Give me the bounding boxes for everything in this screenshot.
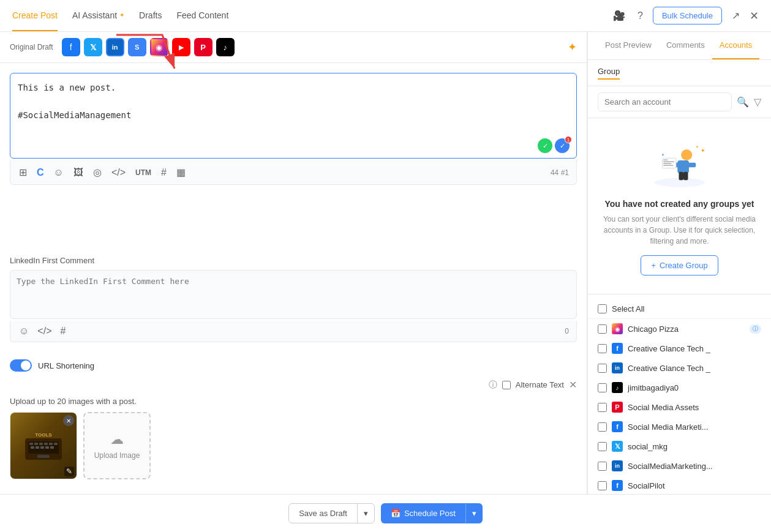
account-item-social-media-marketi-fb[interactable]: f Social Media Marketi... [588,417,771,436]
toolbar-target-icon[interactable]: ◎ [92,165,103,179]
schedule-post-dropdown-button[interactable]: ▾ [465,504,483,523]
svg-rect-20 [687,163,696,168]
right-panel: Post Preview Comments Accounts Group 🔍 ▽ [587,32,771,532]
checkbox-jimitbagadiya[interactable] [598,383,607,392]
upload-image-label: Upload Image [94,451,140,460]
search-icon[interactable]: 🔍 [737,96,749,108]
toolbar-media-icon[interactable]: 🖼 [72,166,85,179]
li-emoji-icon[interactable]: ☺ [18,324,30,338]
checkbox-chicago-pizza[interactable] [598,324,607,334]
image-edit-button[interactable]: ✎ [64,466,74,476]
toolbar-preview-icon[interactable]: ▦ [175,165,187,179]
alt-text-checkbox[interactable] [502,381,511,389]
platform-facebook[interactable]: f [62,38,80,56]
li-char-count: 0 [565,327,569,335]
svg-rect-21 [679,172,683,181]
upload-image-box[interactable]: ☁ Upload Image [83,412,151,479]
top-nav: Create Post AI Assistant ✦ Drafts Feed C… [0,0,771,32]
svg-rect-27 [663,165,674,167]
post-text-input[interactable]: This is a new post. #SocialMediaManageme… [10,73,577,159]
checkbox-creative-glance-li[interactable] [598,364,607,373]
account-item-social-mkg[interactable]: 𝕏 social_mkg [588,436,771,456]
platform-pinterest[interactable]: P [194,38,212,56]
account-item-social-media-assets[interactable]: P Social Media Assets [588,397,771,417]
nav-drafts[interactable]: Drafts [139,1,162,31]
group-empty-title: You have not created any groups yet [604,199,754,209]
schedule-post-main-button[interactable]: 📅 Schedule Post [381,504,465,523]
platform-linkedin[interactable]: in [106,38,124,56]
nav-ai-assistant[interactable]: AI Assistant ✦ [72,1,124,31]
toolbar-c-icon[interactable]: C [36,166,45,179]
whatsapp-badge-icon[interactable]: ✓ 1 [555,138,570,153]
toolbar-emoji-icon[interactable]: ☺ [53,166,65,179]
checkbox-social-mkg[interactable] [598,442,607,451]
group-empty-state: ✦ ✦ ✦ You have not created any groups ye… [588,118,771,294]
close-button[interactable]: ✕ [750,9,759,23]
toolbar-template-icon[interactable]: ⊞ [18,165,28,179]
upload-hint: Upload up to 20 images with a post. [10,397,577,406]
platform-socialpilot[interactable]: S [128,38,146,56]
account-item-socialpilot-fb[interactable]: f SocialPilot [588,476,771,495]
tab-accounts[interactable]: Accounts [712,32,759,59]
svg-text:✦: ✦ [700,148,705,154]
filter-icon[interactable]: ▽ [754,96,761,108]
magic-icon[interactable]: ✦ [568,40,577,54]
acc-name-socialpilot-fb: SocialPilot [628,481,761,490]
svg-rect-8 [54,443,58,445]
platform-twitter[interactable]: 𝕏 [84,38,102,56]
save-draft-main-button[interactable]: Save as Draft [289,504,357,523]
svg-rect-22 [683,172,688,181]
help-icon[interactable]: ? [635,8,645,24]
tab-post-preview[interactable]: Post Preview [598,32,659,59]
url-shortening-label: URL Shortening [38,361,94,370]
tab-comments[interactable]: Comments [659,32,712,59]
checkbox-social-media-assets[interactable] [598,403,607,412]
bulk-schedule-button[interactable]: Bulk Schedule [653,7,722,24]
alt-close-icon[interactable]: ✕ [569,379,577,391]
svg-rect-25 [663,162,674,163]
acc-name-social-media-marketi-fb: Social Media Marketi... [628,422,761,432]
li-comment-toolbar: ☺ </> # 0 [10,321,577,342]
url-shortening-toggle[interactable] [10,359,32,372]
create-group-button[interactable]: + Create Group [641,255,718,275]
nav-create-post[interactable]: Create Post [12,1,58,31]
image-row: TOOLS ✕ ✎ ☁ Upload Image [10,412,577,479]
whatsapp-icon[interactable]: ✓ [538,138,552,153]
video-icon[interactable]: 🎥 [611,7,628,24]
account-item-creative-glance-fb[interactable]: f Creative Glance Tech _ [588,339,771,358]
platform-youtube[interactable]: ▶ [172,38,190,56]
tiktok-icon: ♪ [612,382,623,393]
linkedin-comment-input[interactable] [10,270,577,319]
toolbar-code-icon[interactable]: </> [110,166,127,179]
svg-point-17 [681,149,692,160]
account-item-creative-glance-li[interactable]: in Creative Glance Tech _ [588,358,771,378]
facebook-icon: f [612,343,623,354]
account-item-socialmediamarketing-li[interactable]: in SocialMediaMarketing... [588,456,771,476]
svg-text:✦: ✦ [661,153,664,157]
toolbar-hashtag-icon[interactable]: # [160,166,168,179]
search-input[interactable] [598,92,732,111]
platform-instagram[interactable]: ◉ [150,38,168,56]
schedule-post-label: Schedule Post [404,509,456,518]
checkbox-creative-glance-fb[interactable] [598,344,607,353]
save-draft-button-group: Save as Draft ▾ [288,503,375,523]
checkbox-social-media-marketi-fb[interactable] [598,422,607,432]
image-remove-button[interactable]: ✕ [63,415,74,426]
li-hashtag-icon[interactable]: # [59,324,67,338]
select-all-checkbox[interactable] [598,304,607,313]
svg-rect-4 [34,443,38,445]
account-item-jimitbagadiya[interactable]: ♪ jimitbagadiya0 [588,378,771,397]
main-layout: Original Draft f 𝕏 in S ◉ ▶ P ♪ ✦ This i… [0,32,771,532]
checkbox-socialmediamarketing-li[interactable] [598,462,607,471]
nav-feed-content[interactable]: Feed Content [176,1,228,31]
checkbox-socialpilot-fb[interactable] [598,481,607,490]
account-item-chicago-pizza[interactable]: ◉ Chicago Pizza ⓘ [588,319,771,339]
info-icon[interactable]: ⓘ [489,380,497,391]
platform-tiktok[interactable]: ♪ [216,38,235,56]
acc-name-creative-glance-fb: Creative Glance Tech _ [628,344,761,353]
toolbar-utm-label[interactable]: UTM [134,167,152,178]
export-icon[interactable]: ↗ [729,7,742,24]
li-code-icon[interactable]: </> [36,324,53,338]
group-tab[interactable]: Group [598,67,620,80]
save-draft-dropdown-button[interactable]: ▾ [357,504,374,523]
